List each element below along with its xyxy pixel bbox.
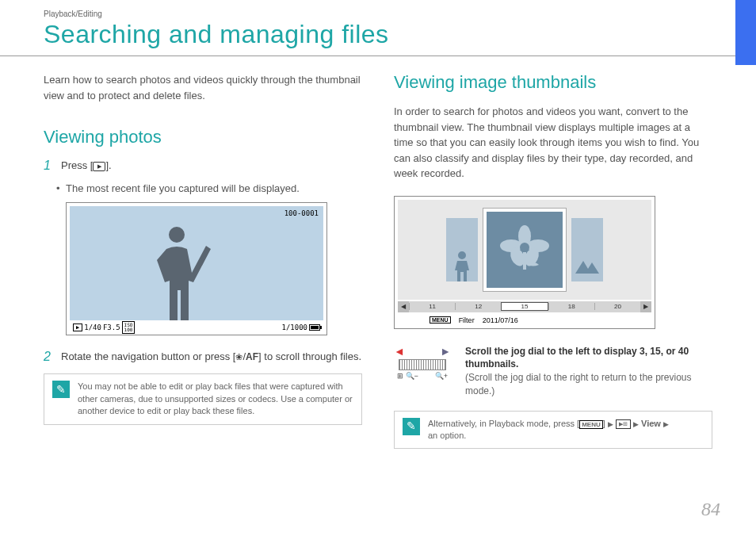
filmstrip: ◀ 11 12 15 18 20 ▶	[398, 301, 651, 312]
text: Press [	[61, 159, 93, 171]
page-title: Searching and managing files	[44, 20, 756, 49]
arrow-right-icon: ►	[440, 345, 451, 358]
playback-icon: ▶	[73, 324, 82, 331]
note-icon: ✎	[403, 418, 420, 435]
film-cell: 12	[455, 303, 501, 310]
iso-icon: ISO100	[122, 321, 136, 334]
zoom-icons: ⊞ 🔍− 🔍+	[394, 372, 451, 380]
thumbnail-prev	[446, 218, 478, 281]
intro-text: Learn how to search photos and videos qu…	[44, 72, 362, 103]
section-title-viewing-photos: Viewing photos	[44, 127, 362, 147]
date-label: 2011/07/16	[483, 316, 518, 324]
svg-rect-6	[523, 252, 526, 270]
section-title-thumbnails: Viewing image thumbnails	[394, 72, 712, 93]
zoom-in-icon: 🔍+	[435, 372, 448, 380]
section-tab	[735, 0, 756, 65]
text: Rotate the navigation button or press [	[61, 350, 235, 362]
text: ] to scroll through files.	[258, 350, 361, 362]
filter-bar: MENU Filter 2011/07/16	[398, 314, 651, 327]
menu-icon: MENU	[579, 420, 603, 429]
triangle-icon: ▶	[663, 420, 669, 428]
step-number: 2	[44, 350, 53, 364]
breadcrumb: Playback/Editing	[44, 10, 756, 18]
scroll-left-icon: ◀	[398, 301, 409, 312]
af-icon: AF	[246, 351, 258, 362]
note-icon: ✎	[52, 381, 70, 398]
note-box: ✎ You may not be able to edit or play ba…	[44, 373, 362, 424]
film-cell: 11	[409, 303, 455, 310]
play-icon	[93, 162, 105, 171]
text: ].	[105, 159, 111, 171]
photo-preview: 100-0001	[70, 206, 323, 320]
arrow-left-icon: ◄	[394, 345, 405, 358]
view-label: View	[641, 419, 661, 428]
thumbnails-intro: In order to search for photos and videos…	[394, 104, 712, 182]
thumbnail-selected	[483, 208, 567, 292]
left-column: Learn how to search photos and videos qu…	[44, 72, 362, 449]
step-text: Rotate the navigation button or press [❀…	[61, 350, 362, 364]
note-text: You may not be able to edit or play back…	[78, 381, 353, 417]
playback-icon: ▶⊞	[616, 419, 631, 429]
file-number: 100-0001	[284, 209, 319, 217]
triangle-icon: ▶	[608, 420, 613, 428]
dial-graphic	[399, 359, 446, 370]
content: Learn how to search photos and videos qu…	[0, 56, 756, 449]
jog-text: Scroll the jog dial to the left to displ…	[465, 345, 712, 398]
jog-bold-text: Scroll the jog dial to the left to displ…	[465, 345, 712, 372]
shutter-speed: 1/40	[84, 324, 101, 331]
note-text: Alternatively, in Playback mode, press […	[428, 418, 669, 442]
jogdial-instruction: ◄ ► ⊞ 🔍− 🔍+ Scroll the jog dial to the l…	[394, 345, 712, 398]
bullet-note: The most recent file you captured will b…	[66, 182, 362, 194]
person-icon	[453, 250, 471, 281]
note-box: ✎ Alternatively, in Playback mode, press…	[394, 411, 712, 450]
scroll-right-icon: ▶	[640, 301, 651, 312]
camera-screen-thumbnails: ◀ 11 12 15 18 20 ▶ MENU Filter 2011/07/1…	[394, 196, 655, 329]
step-2: 2 Rotate the navigation button or press …	[44, 350, 362, 364]
film-cell-selected: 15	[501, 302, 548, 311]
jog-sub-text: (Scroll the jog dial to the right to ret…	[465, 371, 712, 398]
page-header: Playback/Editing Searching and managing …	[0, 0, 756, 56]
page-number: 84	[701, 499, 720, 520]
aperture: F3.5	[103, 324, 120, 331]
film-cell: 18	[548, 303, 594, 310]
person-silhouette-icon	[141, 217, 212, 320]
triangle-icon: ▶	[633, 420, 639, 428]
zoom-out-icon: ⊞ 🔍−	[397, 372, 418, 380]
flower-icon	[497, 222, 552, 278]
thumbnail-next	[571, 218, 603, 281]
exposure-speed: 1/1000	[281, 324, 307, 331]
step-number: 1	[44, 159, 53, 173]
right-column: Viewing image thumbnails In order to sea…	[394, 72, 712, 449]
step-text: Press [].	[61, 159, 362, 173]
thumbnail-area	[398, 200, 651, 300]
film-cell: 20	[594, 303, 640, 310]
filter-label: Filter	[459, 316, 475, 324]
menu-icon: MENU	[430, 316, 451, 324]
battery-icon	[309, 324, 320, 331]
camera-status-bar: ▶ 1/40 F3.5 ISO100 1/1000	[70, 320, 323, 335]
camera-screen-photo: 100-0001 ▶ 1/40 F3.5 ISO100 1/1000	[66, 202, 327, 335]
jogdial-icon: ◄ ► ⊞ 🔍− 🔍+	[394, 345, 451, 398]
svg-point-5	[520, 243, 529, 252]
step-1: 1 Press [].	[44, 159, 362, 173]
mountain-icon	[575, 258, 599, 274]
